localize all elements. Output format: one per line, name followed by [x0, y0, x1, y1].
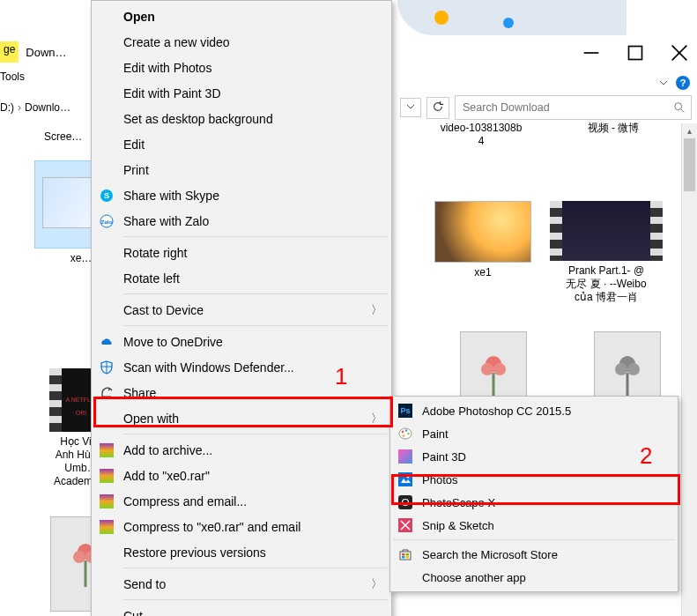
svg-text:S: S — [104, 191, 109, 200]
menu-separator — [393, 539, 675, 540]
chevron-down-icon[interactable] — [658, 78, 669, 88]
search-input[interactable] — [461, 100, 673, 115]
file-video2[interactable]: 视频 - 微博 — [552, 122, 675, 135]
file-label: Prank Part.1- @ — [545, 264, 668, 278]
address-dropdown[interactable] — [400, 98, 421, 117]
help-icon[interactable]: ? — [676, 76, 690, 90]
svg-point-16 — [627, 363, 640, 375]
svg-point-30 — [407, 476, 410, 479]
refresh-button[interactable] — [426, 97, 449, 119]
breadcrumb[interactable]: D:) › Downlo… — [0, 101, 70, 114]
breadcrumb-folder[interactable]: Downlo… — [25, 101, 70, 114]
menu-separator — [123, 568, 389, 568]
openwith-choose-app[interactable]: Choose another app — [392, 566, 676, 589]
skype-icon: S — [99, 188, 115, 204]
openwith-photoscape[interactable]: PhotoScape X — [392, 491, 676, 514]
menu-rotate-left[interactable]: Rotate left — [93, 265, 389, 291]
openwith-paint3d[interactable]: Paint 3D — [392, 445, 676, 468]
file-label: 视频 - 微博 — [552, 122, 675, 135]
photos-icon — [397, 471, 413, 487]
svg-point-12 — [493, 363, 506, 375]
context-submenu-open-with: Ps Adobe Photoshop CC 2015.5 Paint Paint… — [389, 396, 678, 592]
svg-point-28 — [403, 434, 405, 437]
file-label: 无尽 夏 · --Weibo — [545, 278, 668, 291]
photoscape-icon — [397, 494, 413, 510]
menu-print[interactable]: Print — [93, 157, 389, 182]
menu-edit-paint3d[interactable]: Edit with Paint 3D — [93, 80, 389, 106]
menu-share[interactable]: Share — [93, 380, 389, 405]
menu-compress-email[interactable]: Compress and email... — [93, 488, 389, 514]
menu-share-zalo[interactable]: Zalo Share with Zalo — [93, 208, 389, 234]
snip-icon — [397, 517, 413, 533]
openwith-snip[interactable]: Snip & Sketch — [392, 514, 676, 537]
address-toolbar-right — [400, 95, 692, 120]
menu-cut[interactable]: Cut — [93, 603, 389, 616]
svg-rect-1 — [629, 47, 642, 60]
menu-edit[interactable]: Edit — [93, 131, 389, 157]
openwith-search-store[interactable]: Search the Microsoft Store — [392, 543, 676, 566]
close-button[interactable] — [671, 44, 688, 62]
svg-text:Zalo: Zalo — [101, 219, 113, 224]
svg-point-25 — [402, 431, 404, 434]
menu-send-to[interactable]: Send to〉 — [93, 571, 389, 597]
chevron-right-icon: › — [18, 101, 21, 114]
breadcrumb-drive[interactable]: D:) — [0, 101, 14, 114]
svg-point-4 — [675, 103, 682, 110]
chevron-right-icon: 〉 — [371, 411, 382, 427]
winrar-icon — [99, 519, 115, 535]
menu-rotate-right[interactable]: Rotate right — [93, 240, 389, 265]
search-icon — [673, 101, 686, 114]
zalo-icon: Zalo — [99, 213, 115, 229]
ribbon-group-tools: Tools — [0, 71, 25, 83]
svg-point-11 — [481, 363, 493, 375]
svg-line-5 — [681, 109, 685, 113]
search-box[interactable] — [455, 95, 692, 120]
menu-onedrive[interactable]: Move to OneDrive — [93, 329, 389, 354]
file-label: video-10381308b — [419, 122, 543, 135]
ribbon-tab-down[interactable]: Down… — [26, 46, 66, 59]
svg-rect-36 — [406, 553, 410, 556]
winrar-icon — [99, 494, 115, 509]
menu-set-background[interactable]: Set as desktop background — [93, 106, 389, 131]
openwith-photos[interactable]: Photos — [392, 468, 676, 491]
minimize-button[interactable] — [582, 44, 600, 62]
menu-separator — [123, 236, 389, 237]
share-icon — [99, 385, 115, 401]
menu-add-archive[interactable]: Add to archive... — [93, 437, 389, 463]
menu-separator — [123, 293, 389, 294]
maximize-button[interactable] — [627, 44, 644, 62]
winrar-icon — [99, 468, 115, 484]
menu-create-video[interactable]: Create a new video — [93, 29, 389, 55]
menu-cast[interactable]: Cast to Device〉 — [93, 297, 389, 323]
menu-separator — [123, 325, 389, 326]
defender-icon — [99, 360, 115, 375]
ribbon-right: ? — [658, 76, 690, 90]
menu-edit-photos[interactable]: Edit with Photos — [93, 55, 389, 80]
winrar-icon — [99, 442, 115, 458]
file-label: 4 — [419, 135, 543, 148]
menu-share-skype[interactable]: S Share with Skype — [93, 182, 389, 208]
menu-separator — [123, 434, 389, 434]
openwith-paint[interactable]: Paint — [392, 422, 676, 445]
window-controls — [582, 44, 688, 62]
svg-rect-37 — [402, 556, 405, 559]
store-icon — [397, 546, 413, 562]
svg-point-27 — [407, 433, 410, 435]
svg-point-15 — [615, 363, 627, 375]
menu-open-with[interactable]: Open with〉 — [93, 405, 389, 431]
ribbon-tab-manage[interactable]: ge — [0, 41, 19, 63]
menu-restore-versions[interactable]: Restore previous versions — [93, 539, 389, 565]
openwith-photoshop[interactable]: Ps Adobe Photoshop CC 2015.5 — [392, 399, 676, 422]
menu-defender[interactable]: Scan with Windows Defender... — [93, 354, 389, 380]
background-graphic — [397, 0, 627, 35]
svg-marker-29 — [401, 479, 411, 483]
menu-add-xe0rar[interactable]: Add to "xe0.rar" — [93, 463, 389, 488]
paint3d-icon — [397, 449, 413, 464]
file-xe1[interactable]: xe1 — [421, 201, 545, 279]
menu-open[interactable]: Open — [93, 4, 389, 29]
photoshop-icon: Ps — [397, 403, 413, 419]
menu-compress-xe0-email[interactable]: Compress to "xe0.rar" and email — [93, 514, 389, 539]
file-prank[interactable]: Prank Part.1- @ 无尽 夏 · --Weibo của 博君一肖 — [545, 201, 668, 304]
paint-icon — [397, 426, 413, 442]
file-video1[interactable]: video-10381308b 4 — [419, 122, 543, 148]
